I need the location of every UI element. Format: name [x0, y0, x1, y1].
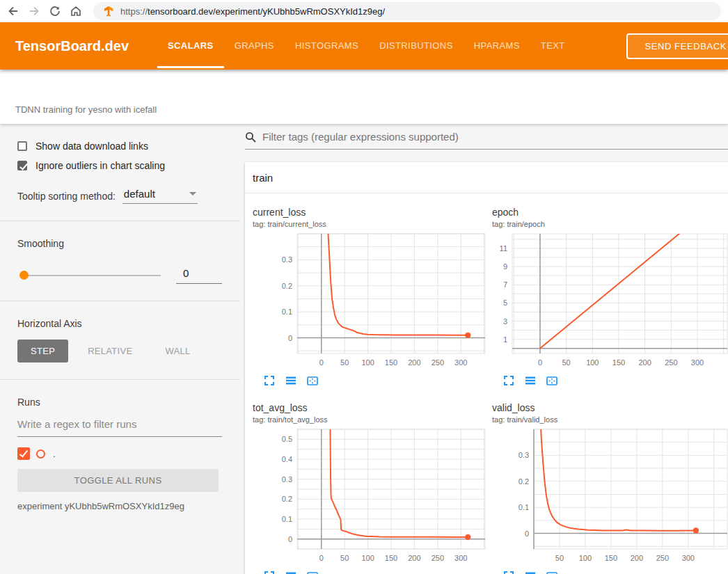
ignore-outliers-row[interactable]: Ignore outliers in chart scaling — [17, 160, 222, 171]
tab-graphs[interactable]: GRAPHS — [235, 22, 274, 70]
svg-text:200: 200 — [408, 358, 420, 367]
data-table-icon[interactable] — [524, 374, 537, 387]
expand-chart-icon[interactable] — [263, 374, 276, 387]
smoothing-slider[interactable] — [21, 275, 161, 276]
line-chart[interactable]: 05010015020025030000.10.20.3 — [253, 231, 492, 370]
svg-text:250: 250 — [432, 554, 444, 562]
smoothing-slider-knob[interactable] — [19, 271, 29, 280]
url-bar[interactable]: https://tensorboard.dev/experiment/yKUbh… — [93, 2, 721, 20]
svg-text:0: 0 — [288, 334, 292, 342]
svg-text:100: 100 — [586, 358, 599, 367]
svg-text:250: 250 — [432, 358, 444, 367]
line-chart[interactable]: 05010015020025030000.10.20.30.40.5 — [253, 426, 492, 566]
settings-sidebar: Show data download links Ignore outliers… — [0, 124, 240, 574]
svg-text:100: 100 — [579, 554, 592, 562]
home-icon[interactable] — [70, 5, 82, 17]
tab-bar: SCALARS GRAPHS HISTOGRAMS DISTRIBUTIONS … — [168, 22, 586, 70]
fit-domain-icon[interactable] — [546, 570, 558, 574]
reload-icon[interactable] — [49, 5, 61, 17]
svg-text:0.1: 0.1 — [282, 515, 292, 523]
back-icon[interactable] — [7, 5, 19, 17]
url-text: https://tensorboard.dev/experiment/yKUbh… — [120, 6, 385, 17]
fit-domain-icon[interactable] — [546, 374, 558, 387]
axis-step-button[interactable]: STEP — [17, 340, 68, 362]
show-download-links-row[interactable]: Show data download links — [17, 141, 222, 152]
svg-text:0: 0 — [319, 358, 324, 367]
run-name: . — [53, 449, 56, 459]
url-path: tensorboard.dev/experiment/yKUbhb5wRmOSX… — [148, 6, 385, 17]
filter-tags-input[interactable]: Filter tags (regular expressions support… — [245, 124, 728, 150]
tab-histograms[interactable]: HISTOGRAMS — [295, 22, 358, 70]
svg-text:150: 150 — [385, 358, 397, 367]
svg-text:300: 300 — [454, 554, 467, 562]
fit-domain-icon[interactable] — [306, 570, 319, 574]
tensorboard-favicon — [103, 6, 114, 17]
tooltip-sorting-dropdown[interactable]: default — [122, 188, 198, 204]
svg-text:0.1: 0.1 — [282, 308, 292, 316]
chart-card-valid-loss: valid_loss tag: train/valid_loss 5010015… — [492, 397, 728, 574]
expand-chart-icon[interactable] — [503, 570, 515, 574]
general-settings-section: Show data download links Ignore outliers… — [0, 124, 240, 221]
run-color-radio[interactable] — [36, 449, 45, 459]
data-table-icon[interactable] — [524, 570, 537, 574]
smoothing-value-input[interactable]: 0 — [176, 267, 222, 284]
tag-group-header[interactable]: train — [245, 162, 728, 193]
data-table-icon[interactable] — [285, 570, 297, 574]
axis-wall-button[interactable]: WALL — [152, 340, 203, 362]
show-download-links-checkbox[interactable] — [17, 141, 27, 151]
fit-domain-icon[interactable] — [306, 374, 319, 387]
svg-text:0.1: 0.1 — [519, 503, 529, 511]
tab-hparams[interactable]: HPARAMS — [474, 22, 520, 70]
chart-title: valid_loss — [492, 402, 728, 413]
chart-title: epoch — [492, 207, 728, 218]
chart-card-current-loss: current_loss tag: train/current_loss 050… — [253, 201, 492, 387]
svg-text:0: 0 — [319, 554, 324, 562]
chart-title: current_loss — [253, 207, 492, 218]
svg-text:250: 250 — [665, 358, 677, 367]
search-icon — [245, 131, 256, 143]
charts-grid: current_loss tag: train/current_loss 050… — [245, 193, 728, 574]
runs-filter-input[interactable]: Write a regex to filter runs — [17, 418, 222, 437]
axis-relative-button[interactable]: RELATIVE — [74, 340, 145, 362]
svg-text:0: 0 — [288, 535, 292, 543]
svg-text:0.3: 0.3 — [282, 255, 292, 264]
smoothing-label: Smoothing — [17, 238, 222, 249]
tab-text[interactable]: TEXT — [541, 22, 565, 70]
svg-text:150: 150 — [612, 358, 625, 367]
browser-chrome: https://tensorboard.dev/experiment/yKUbh… — [0, 0, 728, 22]
svg-text:0.3: 0.3 — [282, 475, 292, 484]
svg-text:100: 100 — [361, 554, 374, 562]
svg-text:250: 250 — [656, 554, 669, 562]
data-table-icon[interactable] — [285, 374, 297, 387]
run-checkbox[interactable] — [17, 447, 30, 460]
smoothing-section: Smoothing 0 — [0, 221, 240, 301]
tag-group-card: train current_loss tag: train/current_lo… — [245, 162, 728, 574]
tab-distributions[interactable]: DISTRIBUTIONS — [379, 22, 453, 70]
svg-text:50: 50 — [340, 554, 349, 562]
tab-scalars[interactable]: SCALARS — [168, 22, 214, 70]
brand-logo: TensorBoard.dev — [15, 38, 129, 54]
experiment-title: TDNN training for yesno with icefall — [15, 104, 157, 115]
toggle-all-runs-button[interactable]: TOGGLE ALL RUNS — [17, 469, 219, 492]
svg-text:50: 50 — [555, 554, 564, 562]
expand-chart-icon[interactable] — [263, 570, 276, 574]
line-chart[interactable]: 0501001502002503001357911 — [492, 231, 728, 370]
chevron-down-icon — [189, 192, 196, 199]
chart-card-epoch: epoch tag: train/epoch 05010015020025030… — [492, 201, 728, 387]
svg-text:300: 300 — [682, 554, 695, 562]
chart-card-tot-avg-loss: tot_avg_loss tag: train/tot_avg_loss 050… — [253, 397, 492, 574]
chart-title: tot_avg_loss — [253, 402, 492, 413]
send-feedback-button[interactable]: SEND FEEDBACK — [626, 33, 728, 59]
expand-chart-icon[interactable] — [503, 374, 515, 387]
svg-text:0: 0 — [538, 358, 542, 367]
show-download-links-label: Show data download links — [35, 141, 148, 152]
svg-text:0.2: 0.2 — [519, 477, 529, 486]
forward-icon[interactable] — [28, 5, 40, 17]
svg-text:0.3: 0.3 — [519, 451, 529, 459]
svg-text:50: 50 — [340, 358, 349, 367]
svg-text:300: 300 — [454, 358, 467, 367]
chart-tag: tag: train/valid_loss — [492, 415, 728, 424]
ignore-outliers-checkbox[interactable] — [17, 161, 27, 170]
ignore-outliers-label: Ignore outliers in chart scaling — [35, 160, 165, 171]
line-chart[interactable]: 5010015020025030000.10.20.3 — [492, 426, 728, 566]
